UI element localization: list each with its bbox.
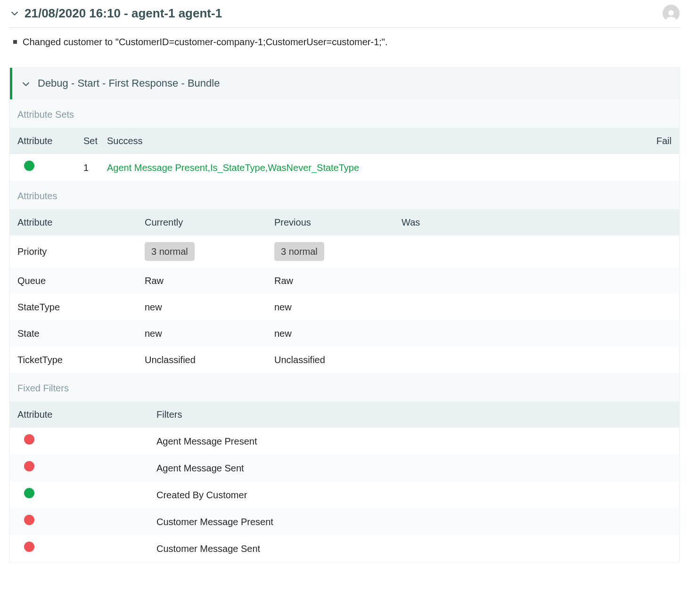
col-header-set: Set bbox=[83, 134, 107, 147]
change-list: Changed customer to "CustomerID=customer… bbox=[9, 28, 680, 67]
attribute-row: QueueRawRaw bbox=[10, 267, 679, 294]
attr-name-cell: StateType bbox=[17, 300, 145, 314]
filter-status-cell bbox=[17, 434, 156, 448]
attribute-row: TicketTypeUnclassifiedUnclassified bbox=[10, 347, 679, 373]
section-label-attributes: Attributes bbox=[10, 181, 679, 209]
filter-status-cell bbox=[17, 488, 156, 502]
attr-previous-cell: Raw bbox=[274, 274, 402, 287]
fixed-filter-row: Customer Message Present bbox=[10, 508, 679, 535]
col-header-currently: Currently bbox=[145, 216, 274, 229]
section-label-attribute-sets: Attribute Sets bbox=[10, 99, 679, 128]
fixed-filter-row: Created By Customer bbox=[10, 481, 679, 508]
chevron-down-icon[interactable] bbox=[9, 8, 20, 18]
svg-point-0 bbox=[668, 10, 674, 16]
entry-title: 21/08/2020 16:10 - agent-1 agent-1 bbox=[25, 5, 222, 22]
status-dot-icon bbox=[24, 434, 34, 445]
status-dot-icon bbox=[24, 515, 34, 525]
status-dot-icon bbox=[24, 488, 34, 498]
attr-currently-cell: Unclassified bbox=[145, 353, 274, 366]
attr-name-cell: Priority bbox=[17, 245, 145, 258]
value-tag: 3 normal bbox=[145, 242, 195, 261]
filter-name-cell: Agent Message Sent bbox=[156, 462, 672, 475]
attr-previous-cell: 3 normal bbox=[274, 242, 402, 261]
filter-name-cell: Customer Message Present bbox=[156, 515, 672, 528]
entry-header: 21/08/2020 16:10 - agent-1 agent-1 bbox=[9, 0, 680, 28]
fixed-filter-row: Agent Message Sent bbox=[10, 454, 679, 481]
attribute-sets-header: Attribute Set Success Fail bbox=[10, 128, 679, 154]
fixed-filter-row: Customer Message Sent bbox=[10, 535, 679, 562]
change-text: Changed customer to "CustomerID=customer… bbox=[23, 35, 387, 49]
col-header-filters: Filters bbox=[156, 408, 672, 421]
attr-previous-cell: new bbox=[274, 327, 402, 340]
col-header-was: Was bbox=[402, 216, 672, 229]
status-dot-icon bbox=[24, 161, 34, 171]
filter-name-cell: Customer Message Sent bbox=[156, 542, 672, 555]
attr-name-cell: Queue bbox=[17, 274, 145, 287]
attr-previous-cell: new bbox=[274, 300, 402, 314]
fixed-filters-header: Attribute Filters bbox=[10, 401, 679, 428]
attr-status-cell bbox=[17, 161, 83, 174]
attr-currently-cell: new bbox=[145, 327, 274, 340]
attr-currently-cell: new bbox=[145, 300, 274, 314]
attribute-row: Priority3 normal3 normal bbox=[10, 235, 679, 267]
fixed-filter-row: Agent Message Present bbox=[10, 428, 679, 454]
filter-name-cell: Agent Message Present bbox=[156, 435, 672, 448]
attribute-row: Statenewnew bbox=[10, 320, 679, 347]
debug-panel: Debug - Start - First Response - Bundle … bbox=[9, 67, 680, 562]
attr-previous-cell: Unclassified bbox=[274, 353, 402, 366]
filter-status-cell bbox=[17, 461, 156, 475]
attribute-row: StateTypenewnew bbox=[10, 294, 679, 320]
attributes-header: Attribute Currently Previous Was bbox=[10, 209, 679, 235]
col-header-attribute: Attribute bbox=[17, 216, 145, 229]
chevron-down-icon[interactable] bbox=[21, 79, 31, 89]
col-header-success: Success bbox=[107, 134, 639, 147]
attr-currently-cell: 3 normal bbox=[145, 242, 274, 261]
attribute-set-row: 1Agent Message Present,Is_StateType,WasN… bbox=[10, 154, 679, 181]
entry-header-left[interactable]: 21/08/2020 16:10 - agent-1 agent-1 bbox=[9, 5, 222, 22]
section-label-fixed-filters: Fixed Filters bbox=[10, 373, 679, 401]
status-dot-icon bbox=[24, 461, 34, 471]
avatar[interactable] bbox=[663, 5, 680, 22]
bullet-icon bbox=[13, 40, 17, 44]
col-header-attribute: Attribute bbox=[17, 408, 156, 421]
filter-status-cell bbox=[17, 515, 156, 528]
filter-status-cell bbox=[17, 542, 156, 555]
status-dot-icon bbox=[24, 542, 34, 552]
col-header-fail: Fail bbox=[639, 134, 672, 147]
change-item: Changed customer to "CustomerID=customer… bbox=[13, 35, 680, 49]
debug-title: Debug - Start - First Response - Bundle bbox=[38, 76, 220, 91]
success-cell: Agent Message Present,Is_StateType,WasNe… bbox=[107, 161, 639, 174]
attr-currently-cell: Raw bbox=[145, 274, 274, 287]
col-header-previous: Previous bbox=[274, 216, 402, 229]
value-tag: 3 normal bbox=[274, 242, 324, 261]
attr-name-cell: TicketType bbox=[17, 353, 145, 366]
filter-name-cell: Created By Customer bbox=[156, 488, 672, 502]
debug-header[interactable]: Debug - Start - First Response - Bundle bbox=[10, 68, 679, 99]
set-cell: 1 bbox=[83, 161, 107, 174]
attr-name-cell: State bbox=[17, 327, 145, 340]
col-header-attribute: Attribute bbox=[17, 134, 83, 147]
